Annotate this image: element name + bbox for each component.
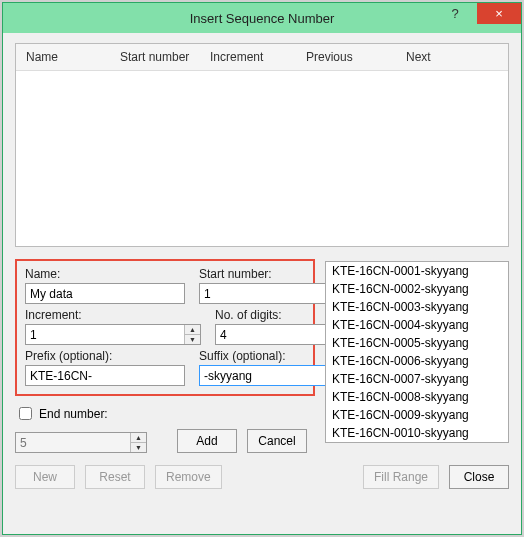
spin-up-icon[interactable]: ▲ xyxy=(185,325,200,335)
list-item[interactable]: KTE-16CN-0006-skyyang xyxy=(326,352,508,370)
col-previous[interactable]: Previous xyxy=(296,50,396,64)
list-item[interactable]: KTE-16CN-0004-skyyang xyxy=(326,316,508,334)
sequence-table[interactable]: Name Start number Increment Previous Nex… xyxy=(15,43,509,247)
end-number-input xyxy=(16,433,130,452)
end-number-label: End number: xyxy=(39,407,108,421)
end-number-checkbox[interactable] xyxy=(19,407,32,420)
col-name[interactable]: Name xyxy=(16,50,110,64)
spin-up-icon: ▲ xyxy=(131,433,146,443)
name-input[interactable] xyxy=(25,283,185,304)
list-item[interactable]: KTE-16CN-0005-skyyang xyxy=(326,334,508,352)
close-button[interactable]: Close xyxy=(449,465,509,489)
col-increment[interactable]: Increment xyxy=(200,50,296,64)
add-button[interactable]: Add xyxy=(177,429,237,453)
list-item[interactable]: KTE-16CN-0009-skyyang xyxy=(326,406,508,424)
dialog-window: Insert Sequence Number ? × Name Start nu… xyxy=(2,2,522,535)
col-start[interactable]: Start number xyxy=(110,50,200,64)
new-button: New xyxy=(15,465,75,489)
list-item[interactable]: KTE-16CN-0002-skyyang xyxy=(326,280,508,298)
close-icon[interactable]: × xyxy=(477,3,521,24)
prefix-label: Prefix (optional): xyxy=(25,349,185,363)
col-next[interactable]: Next xyxy=(396,50,508,64)
remove-button: Remove xyxy=(155,465,222,489)
list-item[interactable]: KTE-16CN-0003-skyyang xyxy=(326,298,508,316)
highlight-box: Name: Start number: ▲▼ xyxy=(15,259,315,396)
spin-down-icon[interactable]: ▼ xyxy=(185,335,200,344)
end-number-checkbox-wrap[interactable]: End number: xyxy=(15,404,147,423)
prefix-input[interactable] xyxy=(25,365,185,386)
increment-input[interactable] xyxy=(26,325,184,344)
reset-button: Reset xyxy=(85,465,145,489)
increment-label: Increment: xyxy=(25,308,201,322)
increment-spinner[interactable]: ▲▼ xyxy=(25,324,201,345)
end-number-spinner: ▲▼ xyxy=(15,432,147,453)
cancel-button[interactable]: Cancel xyxy=(247,429,307,453)
spin-down-icon: ▼ xyxy=(131,443,146,452)
name-label: Name: xyxy=(25,267,185,281)
fill-range-button: Fill Range xyxy=(363,465,439,489)
list-item[interactable]: KTE-16CN-0010-skyyang xyxy=(326,424,508,442)
list-item[interactable]: KTE-16CN-0007-skyyang xyxy=(326,370,508,388)
help-button[interactable]: ? xyxy=(433,3,477,24)
list-item[interactable]: KTE-16CN-0001-skyyang xyxy=(326,262,508,280)
preview-list[interactable]: KTE-16CN-0001-skyyangKTE-16CN-0002-skyya… xyxy=(325,261,509,443)
list-item[interactable]: KTE-16CN-0008-skyyang xyxy=(326,388,508,406)
titlebar[interactable]: Insert Sequence Number ? × xyxy=(3,3,521,33)
